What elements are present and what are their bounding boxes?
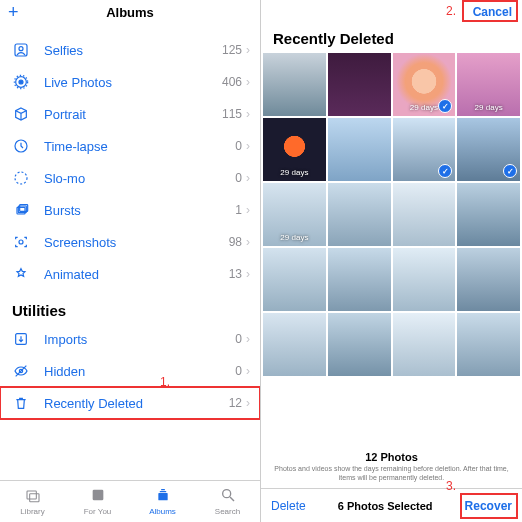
camera-viewfinder-icon bbox=[12, 234, 30, 250]
photo-grid: 29 days29 days29 days29 days bbox=[261, 53, 522, 445]
photo-thumbnail[interactable] bbox=[457, 118, 520, 181]
photo-thumbnail[interactable] bbox=[263, 248, 326, 311]
row-count: 0 bbox=[235, 364, 242, 378]
row-count: 12 bbox=[229, 396, 242, 410]
row-count: 1 bbox=[235, 203, 242, 217]
photo-thumbnail[interactable] bbox=[457, 313, 520, 376]
chevron-right-icon: › bbox=[246, 332, 250, 346]
tab-albums[interactable]: Albums bbox=[130, 481, 195, 522]
row-label: Selfies bbox=[44, 43, 222, 58]
svg-point-6 bbox=[15, 172, 27, 184]
heart-square-icon bbox=[89, 487, 107, 505]
row-label: Time-lapse bbox=[44, 139, 235, 154]
photo-thumbnail[interactable]: 29 days bbox=[457, 53, 520, 116]
grid-footer: 12 Photos Photos and videos show the day… bbox=[261, 445, 522, 488]
row-count: 0 bbox=[235, 139, 242, 153]
photo-thumbnail[interactable]: 29 days bbox=[393, 53, 456, 116]
svg-line-21 bbox=[230, 497, 234, 501]
list-item[interactable]: Live Photos406› bbox=[0, 66, 260, 98]
row-label: Imports bbox=[44, 332, 235, 347]
svg-rect-14 bbox=[27, 491, 36, 499]
eye-slash-icon bbox=[12, 363, 30, 379]
svg-rect-18 bbox=[159, 491, 166, 492]
albums-pane: + Albums Selfies125›Live Photos406›Portr… bbox=[0, 0, 261, 522]
tab-label: Library bbox=[20, 507, 44, 516]
row-count: 0 bbox=[235, 332, 242, 346]
annotation-3: 3. bbox=[446, 479, 456, 493]
chevron-right-icon: › bbox=[246, 203, 250, 217]
row-count: 13 bbox=[229, 267, 242, 281]
tab-library[interactable]: Library bbox=[0, 481, 65, 522]
action-bar: Delete 6 Photos Selected 3. Recover bbox=[261, 488, 522, 522]
live-photo-icon bbox=[12, 74, 30, 90]
photo-thumbnail[interactable] bbox=[263, 313, 326, 376]
photo-thumbnail[interactable] bbox=[393, 248, 456, 311]
chevron-right-icon: › bbox=[246, 43, 250, 57]
svg-rect-19 bbox=[161, 489, 165, 490]
tab-bar: LibraryFor YouAlbumsSearch bbox=[0, 480, 260, 522]
annotation-box-cancel bbox=[462, 0, 518, 22]
list-item[interactable]: Hidden0› bbox=[0, 355, 260, 387]
photo-thumbnail[interactable] bbox=[393, 118, 456, 181]
delete-button[interactable]: Delete bbox=[271, 499, 306, 513]
list-item[interactable]: Selfies125› bbox=[0, 34, 260, 66]
row-label: Animated bbox=[44, 267, 229, 282]
chevron-right-icon: › bbox=[246, 171, 250, 185]
photo-thumbnail[interactable] bbox=[393, 313, 456, 376]
row-count: 98 bbox=[229, 235, 242, 249]
photo-thumbnail[interactable] bbox=[328, 53, 391, 116]
photo-thumbnail[interactable] bbox=[263, 53, 326, 116]
list-item[interactable]: Slo-mo0› bbox=[0, 162, 260, 194]
checkmark-icon bbox=[503, 164, 517, 178]
svg-rect-15 bbox=[29, 494, 38, 502]
row-label: Slo-mo bbox=[44, 171, 235, 186]
album-list: Selfies125›Live Photos406›Portrait115›Ti… bbox=[0, 24, 260, 480]
photo-thumbnail[interactable] bbox=[457, 183, 520, 246]
row-label: Portrait bbox=[44, 107, 222, 122]
burst-icon bbox=[12, 202, 30, 218]
list-item[interactable]: Screenshots98› bbox=[0, 226, 260, 258]
list-item[interactable]: Bursts1› bbox=[0, 194, 260, 226]
section-header-utilities: Utilities bbox=[0, 290, 260, 323]
chevron-right-icon: › bbox=[246, 235, 250, 249]
list-item[interactable]: Animated13› bbox=[0, 258, 260, 290]
tab-label: For You bbox=[84, 507, 112, 516]
photo-thumbnail[interactable] bbox=[393, 183, 456, 246]
row-count: 125 bbox=[222, 43, 242, 57]
timelapse-icon bbox=[12, 138, 30, 154]
list-item[interactable]: Recently Deleted12› bbox=[0, 387, 260, 419]
annotation-1: 1. bbox=[160, 375, 170, 389]
tab-search[interactable]: Search bbox=[195, 481, 260, 522]
photo-thumbnail[interactable]: 29 days bbox=[263, 118, 326, 181]
photo-thumbnail[interactable] bbox=[328, 183, 391, 246]
recently-deleted-pane: 2. Cancel Recently Deleted 29 days29 day… bbox=[261, 0, 522, 522]
photo-thumbnail[interactable] bbox=[328, 118, 391, 181]
chevron-right-icon: › bbox=[246, 139, 250, 153]
chevron-right-icon: › bbox=[246, 267, 250, 281]
list-item[interactable]: Time-lapse0› bbox=[0, 130, 260, 162]
row-label: Live Photos bbox=[44, 75, 222, 90]
list-item[interactable]: Imports0› bbox=[0, 323, 260, 355]
footer-note: Photos and videos show the days remainin… bbox=[269, 463, 514, 486]
days-label: 29 days bbox=[263, 168, 326, 177]
chevron-right-icon: › bbox=[246, 396, 250, 410]
days-label: 29 days bbox=[457, 103, 520, 112]
albums-title: Albums bbox=[106, 5, 154, 20]
list-item[interactable] bbox=[0, 24, 260, 34]
right-header: 2. Cancel bbox=[261, 0, 522, 24]
photo-thumbnail[interactable] bbox=[457, 248, 520, 311]
tab-for-you[interactable]: For You bbox=[65, 481, 130, 522]
albums-header: + Albums bbox=[0, 0, 260, 24]
slowmo-icon bbox=[12, 170, 30, 186]
selection-status: 6 Photos Selected bbox=[338, 500, 433, 512]
row-count: 406 bbox=[222, 75, 242, 89]
photo-thumbnail[interactable] bbox=[328, 248, 391, 311]
list-item[interactable]: Portrait115› bbox=[0, 98, 260, 130]
row-label: Hidden bbox=[44, 364, 235, 379]
days-label: 29 days bbox=[263, 233, 326, 242]
add-button[interactable]: + bbox=[8, 2, 19, 23]
photo-thumbnail[interactable] bbox=[328, 313, 391, 376]
svg-point-20 bbox=[222, 490, 230, 498]
row-label: Recently Deleted bbox=[44, 396, 229, 411]
photo-thumbnail[interactable]: 29 days bbox=[263, 183, 326, 246]
